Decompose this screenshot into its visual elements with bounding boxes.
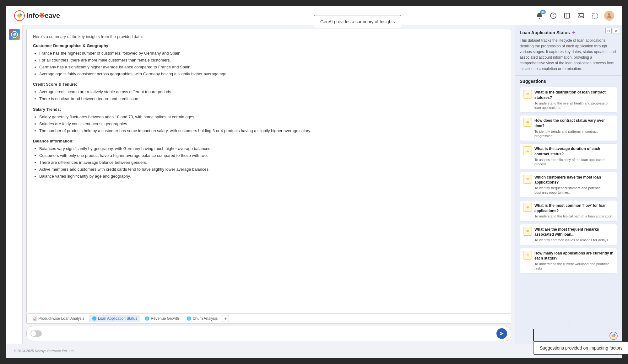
expand-icon[interactable] [590,11,599,20]
right-panel-controls: ⊟ ✕ [605,28,619,34]
suggestion-icon-3: ≡ [523,146,532,155]
insight-intro: Here's a summary of the key insights fro… [33,34,505,39]
bell-badge: 38 [540,10,546,14]
suggestion-sub-7: To understand the current workload and p… [534,262,614,271]
suggestion-text-3: What is the average duration of each con… [534,146,614,166]
suggestion-item-5[interactable]: ≡ What is the most common 'flow' for loa… [520,200,617,222]
tab-label-1: Product-wise Loan Analysis [38,316,84,321]
svg-point-2 [539,18,540,19]
logo-suffix: eave [45,12,60,20]
bell-icon[interactable]: 38 [535,11,544,20]
callout-top-text: GenAI provides a summary of Insights [320,19,395,24]
callout-top: GenAI provides a summary of Insights [314,15,401,28]
tab-label-3: Revenue Growth [151,316,179,321]
list-item: Average credit scores are relatively sta… [39,88,505,95]
list-item: Balance varies significantly by age and … [39,173,505,180]
help-icon[interactable]: ? [549,11,558,20]
book-icon[interactable] [563,11,571,20]
suggestion-icon-2: ≡ [523,118,532,127]
list-item: Salaries are fairly consistent across ge… [39,120,505,127]
outer-frame: Info❋eave 38 ? [6,6,622,358]
suggestion-sub-6: To identify common issues or reasons for… [534,238,614,242]
section-salary: Salary Trends: Salary generally fluctuat… [33,107,505,134]
section-title-1: Customer Demographics & Geography: [33,43,505,48]
suggestions-section: Suggestions ≡ What is the distribution o… [515,76,622,329]
suggestion-item-2[interactable]: ≡ How does the contract status vary over… [520,115,617,141]
list-item: Balances vary significantly by geography… [39,145,505,152]
footer: © 2013-2025 Noesys Software Pvt. Ltd. [6,344,622,358]
sidebar-logo[interactable] [9,29,20,40]
logo-text: Info [26,12,39,20]
tab-revenue[interactable]: 🌐 Revenue Growth [142,315,182,322]
section-list-2: Average credit scores are relatively sta… [39,88,505,102]
suggestion-item-7[interactable]: ≡ How many loan applications are current… [520,248,617,274]
suggestion-item-1[interactable]: ≡ What is the distribution of loan contr… [520,87,617,113]
suggestion-sub-1: To understand the overall health and pro… [534,101,614,110]
suggestion-q-6: What are the most frequent remarks assoc… [534,227,614,238]
avatar[interactable] [604,11,614,21]
suggestion-icon-4: ≡ [523,175,532,184]
tab-label-2: Loan Application Status [98,316,137,321]
add-tab-button[interactable]: + [222,315,229,322]
section-list-1: France has the highest number of custome… [39,50,505,78]
list-item: Customers with only one product have a h… [39,152,505,159]
svg-rect-5 [565,13,570,18]
suggestion-item-3[interactable]: ≡ What is the average duration of each c… [520,143,617,169]
list-item: Salary generally fluctuates between ages… [39,114,505,120]
suggestion-text-1: What is the distribution of loan contrac… [534,90,614,110]
callout-bottom-text: Suggestions provided on impacting factor… [540,345,623,351]
suggestion-q-4: Which customers have the most loan appli… [534,175,614,185]
list-item: There are differences in average balance… [39,159,505,166]
tab-loan-status[interactable]: 🌐 Loan Application Status [89,315,140,322]
send-button[interactable] [496,328,507,339]
svg-rect-9 [592,13,597,18]
section-credit: Credit Score & Tenure: Average credit sc… [33,82,505,102]
main-area: Here's a summary of the key insights fro… [6,25,622,344]
tab-label-4: Churn Analysis [192,316,218,321]
tab-icon-4: 🌐 [187,316,191,321]
suggestion-q-7: How many loan applications are currently… [534,251,614,261]
suggestion-q-3: What is the average duration of each con… [534,146,614,157]
svg-point-14 [614,334,615,335]
callout-bottom-arrow [569,315,569,328]
tab-icon-1: 📊 [32,316,37,321]
input-bar [26,326,511,341]
suggestion-text-2: How does the contract status vary over t… [534,118,614,138]
callout-bottom-wrapper: Suggestions provided on impacting factor… [533,329,534,341]
suggestion-q-1: What is the distribution of loan contrac… [534,90,614,100]
callout-bottom-arrow-line [533,329,534,341]
section-demographics: Customer Demographics & Geography: Franc… [33,43,505,78]
list-item: The number of products held by a custome… [39,127,505,134]
section-list-4: Balances vary significantly by geography… [39,145,505,180]
suggestions-title: Suggestions [520,79,617,84]
suggestion-item-6[interactable]: ≡ What are the most frequent remarks ass… [520,224,617,245]
section-title-2: Credit Score & Tenure: [33,82,505,87]
list-item: Average age is fairly consistent across … [39,71,505,78]
footer-copyright: © 2013-2025 Noesys Software Pvt. Ltd. [14,349,74,353]
tab-product-loan[interactable]: 📊 Product-wise Loan Analysis [29,315,88,322]
toggle-switch[interactable] [30,330,42,337]
suggestion-icon-1: ≡ [523,90,532,99]
right-panel: ⊟ ✕ Loan Application Status ✦ This datas… [515,25,622,344]
suggestion-text-7: How many loan applications are currently… [534,251,614,271]
callout-bottom: Suggestions provided on impacting factor… [533,341,628,355]
suggestion-text-4: Which customers have the most loan appli… [534,175,614,195]
minimize-button[interactable]: ⊟ [605,28,612,34]
svg-point-1 [20,13,22,15]
tab-icon-3: 🌐 [145,316,149,321]
logo-weave: ❋ [39,12,45,20]
dataset-title: Loan Application Status ✦ [520,30,617,35]
tabs-bar: 📊 Product-wise Loan Analysis 🌐 Loan Appl… [26,314,511,324]
close-button[interactable]: ✕ [613,28,619,34]
section-title-4: Balance Information: [33,139,505,143]
suggestion-icon-5: ≡ [523,203,532,212]
svg-text:?: ? [552,14,555,18]
image-icon[interactable] [577,11,585,20]
svg-point-10 [608,13,610,16]
suggestion-item-4[interactable]: ≡ Which customers have the most loan app… [520,172,617,198]
list-item: Germany has a significantly higher avera… [39,64,505,71]
suggestion-sub-4: To identify frequent customers and poten… [534,186,614,195]
svg-point-12 [14,33,16,35]
section-title-3: Salary Trends: [33,107,505,112]
tab-churn[interactable]: 🌐 Churn Analysis [183,315,221,322]
